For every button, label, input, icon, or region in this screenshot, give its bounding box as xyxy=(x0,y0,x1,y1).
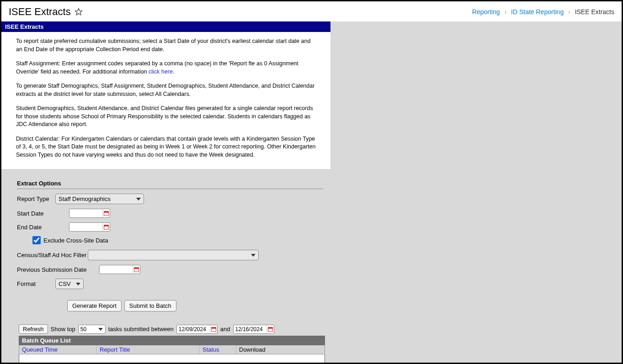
start-date-input[interactable] xyxy=(69,209,102,217)
breadcrumb: Reporting › ID State Reporting › ISEE Ex… xyxy=(472,8,614,16)
calendar-icon[interactable] xyxy=(102,209,110,217)
report-type-label: Report Type xyxy=(17,195,55,202)
batch-queue-body xyxy=(19,354,325,364)
queue-date-to-input[interactable] xyxy=(234,325,266,333)
calendar-icon[interactable] xyxy=(133,265,140,274)
svg-marker-0 xyxy=(75,9,82,15)
batch-queue-columns: Queued Time Report Title Status Download xyxy=(19,345,325,354)
breadcrumb-current: ISEE Extracts xyxy=(575,8,614,16)
previous-submission-label: Previous Submission Date xyxy=(17,266,99,273)
svg-rect-18 xyxy=(268,327,272,328)
breadcrumb-id-state-reporting[interactable]: ID State Reporting xyxy=(511,8,564,16)
calendar-icon[interactable] xyxy=(102,223,110,231)
queue-and-label: and xyxy=(220,326,230,332)
panel-header: ISEE Extracts xyxy=(1,21,330,32)
svg-rect-2 xyxy=(104,211,108,213)
col-status[interactable]: Status xyxy=(200,345,236,354)
svg-rect-14 xyxy=(211,327,216,328)
previous-submission-input[interactable] xyxy=(100,265,133,274)
col-download: Download xyxy=(236,345,325,354)
adhoc-filter-select[interactable] xyxy=(88,250,259,260)
intro-paragraph: Staff Assignment: Enter assignment codes… xyxy=(16,60,316,76)
svg-rect-10 xyxy=(134,268,138,269)
page-title: ISEE Extracts xyxy=(9,6,71,18)
report-type-select[interactable]: Staff Demographics xyxy=(55,194,144,204)
intro-paragraph: Student Demographics, Student Attendance… xyxy=(16,105,316,129)
chevron-right-icon: › xyxy=(504,8,506,16)
format-label: Format xyxy=(17,280,55,287)
exclude-cross-site-checkbox[interactable] xyxy=(32,236,41,244)
batch-queue-header: Batch Queue List xyxy=(19,336,325,345)
divider xyxy=(17,189,323,189)
click-here-link[interactable]: click here xyxy=(149,69,173,75)
col-report-title[interactable]: Report Title xyxy=(97,345,200,354)
format-select[interactable]: CSV xyxy=(55,279,84,289)
show-top-select[interactable]: 50 xyxy=(78,325,106,334)
extract-options-title: Extract Options xyxy=(17,180,330,187)
intro-paragraph: District Calendar: For Kindergarten Cale… xyxy=(16,135,316,159)
star-icon[interactable] xyxy=(75,8,83,16)
chevron-right-icon: › xyxy=(568,8,570,16)
refresh-button[interactable]: Refresh xyxy=(19,324,48,334)
show-top-label: Show top xyxy=(51,326,75,332)
generate-report-button[interactable]: Generate Report xyxy=(67,300,122,311)
intro-paragraph: To report state preferred cumulative sub… xyxy=(16,37,316,53)
queue-between-label: tasks submitted between xyxy=(108,326,174,332)
calendar-icon[interactable] xyxy=(266,325,274,333)
intro-paragraph: To generate Staff Demographics, Staff As… xyxy=(16,82,316,98)
adhoc-filter-label: Census/Staff Ad Hoc Filter xyxy=(17,252,88,258)
exclude-cross-site-label: Exclude Cross-Site Data xyxy=(43,237,108,244)
queue-date-from-input[interactable] xyxy=(177,325,210,333)
start-date-label: Start Date xyxy=(17,210,69,217)
submit-to-batch-button[interactable]: Submit to Batch xyxy=(124,300,176,311)
end-date-input[interactable] xyxy=(69,223,102,231)
breadcrumb-reporting[interactable]: Reporting xyxy=(472,8,500,16)
calendar-icon[interactable] xyxy=(210,325,217,333)
col-queued-time[interactable]: Queued Time xyxy=(19,345,97,354)
end-date-label: End Date xyxy=(17,224,69,231)
svg-rect-6 xyxy=(104,225,108,227)
